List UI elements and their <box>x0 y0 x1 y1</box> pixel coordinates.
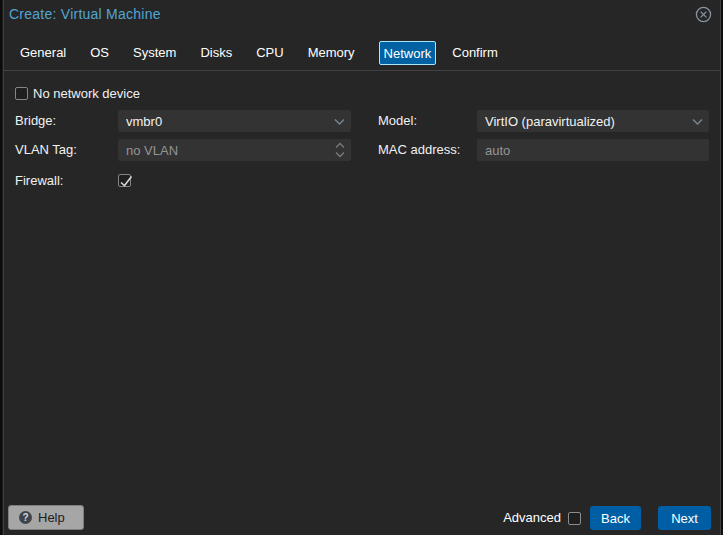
chevron-down-icon <box>334 118 345 125</box>
window-border-right-inner <box>720 0 721 535</box>
advanced-label: Advanced <box>503 511 561 525</box>
close-icon[interactable] <box>695 6 712 23</box>
vlan-tag-label: VLAN Tag: <box>15 139 77 161</box>
bridge-select[interactable]: vmbr0 <box>118 110 351 132</box>
mac-address-label: MAC address: <box>378 139 460 161</box>
tab-label: Network <box>379 41 437 65</box>
tab-memory[interactable]: Memory <box>296 45 367 60</box>
mac-address-input[interactable]: auto <box>477 139 709 161</box>
tab-general[interactable]: General <box>8 45 78 60</box>
tab-disks[interactable]: Disks <box>188 45 244 60</box>
tab-label: System <box>133 45 176 60</box>
vlan-tag-spinner[interactable]: no VLAN <box>118 139 351 161</box>
help-button[interactable]: ? Help <box>8 505 84 530</box>
firewall-label: Firewall: <box>15 170 63 192</box>
window-border-left-inner <box>3 0 4 535</box>
tab-confirm[interactable]: Confirm <box>440 45 510 60</box>
firewall-checkbox[interactable] <box>118 174 131 187</box>
no-network-device-checkbox[interactable] <box>15 87 28 100</box>
chevron-down-icon <box>692 118 703 125</box>
model-select[interactable]: VirtIO (paravirtualized) <box>477 110 709 132</box>
tab-label: Confirm <box>452 45 498 60</box>
no-network-device-label: No network device <box>33 87 140 100</box>
checkmark-icon <box>118 174 133 189</box>
tab-network[interactable]: Network <box>367 41 441 65</box>
tab-label: Memory <box>308 45 355 60</box>
model-label: Model: <box>378 110 417 132</box>
tab-label: General <box>20 45 66 60</box>
bridge-label: Bridge: <box>15 110 56 132</box>
tab-os[interactable]: OS <box>78 45 121 60</box>
help-question-icon: ? <box>19 511 32 524</box>
back-button[interactable]: Back <box>590 506 641 530</box>
tab-system[interactable]: System <box>121 45 188 60</box>
tab-label: Disks <box>200 45 232 60</box>
tab-label: OS <box>90 45 109 60</box>
dialog-title: Create: Virtual Machine <box>9 6 161 22</box>
spinner-up-down-icon <box>335 142 345 158</box>
next-button[interactable]: Next <box>658 506 711 530</box>
tab-cpu[interactable]: CPU <box>244 45 295 60</box>
advanced-checkbox[interactable] <box>568 512 581 525</box>
tab-bar: GeneralOSSystemDisksCPUMemoryNetworkConf… <box>4 35 720 71</box>
tab-label: CPU <box>256 45 283 60</box>
